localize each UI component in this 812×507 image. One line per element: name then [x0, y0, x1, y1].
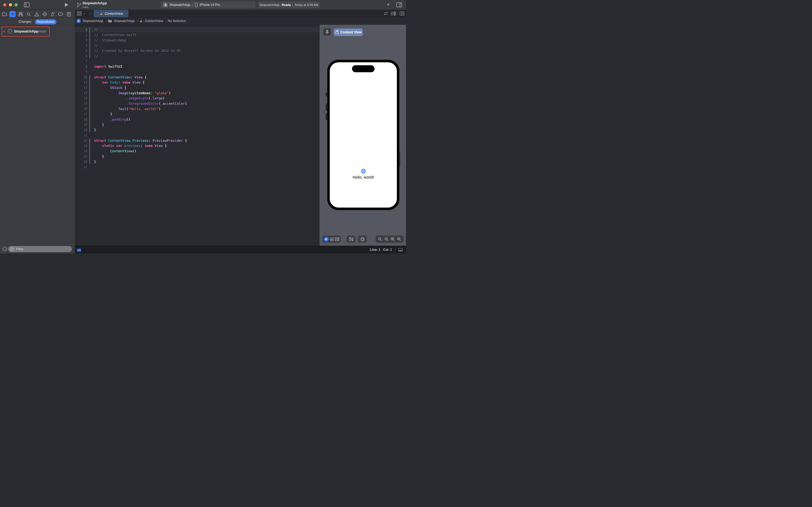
code-line[interactable]: 20} [75, 127, 319, 133]
line-number[interactable]: 1 [75, 28, 87, 31]
line-number[interactable]: 27 [75, 165, 87, 169]
tab-repositories[interactable]: Repositories [35, 19, 56, 24]
related-items-icon[interactable] [384, 11, 388, 15]
breadcrumb-group[interactable]: StopwatchApp [114, 19, 134, 23]
source-control-navigator-icon[interactable] [9, 11, 15, 17]
code-line[interactable]: 17 } [75, 111, 319, 117]
code-line[interactable]: 11 var body: some View { [75, 80, 319, 85]
code-line[interactable]: 6// [75, 53, 319, 59]
run-button[interactable] [65, 3, 68, 7]
line-number[interactable]: 16 [75, 107, 87, 110]
line-number[interactable]: 5 [75, 49, 87, 52]
line-number[interactable]: 17 [75, 113, 87, 116]
close-window-button[interactable] [3, 3, 6, 6]
source-editor[interactable]: 1//2// ContentView.swift3// StopwatchApp… [75, 25, 319, 246]
scheme-device[interactable]: iPhone 14 Pro [199, 3, 220, 7]
code-line[interactable]: 8import SwiftUI [75, 64, 319, 69]
go-forward-icon[interactable]: › [90, 11, 91, 15]
line-number[interactable]: 25 [75, 155, 87, 158]
zoom-in-icon[interactable] [397, 237, 401, 241]
line-number[interactable]: 10 [75, 75, 87, 79]
find-navigator-icon[interactable] [25, 11, 32, 17]
code-line[interactable]: 16 Text("Hello, world!") [75, 106, 319, 111]
line-number[interactable]: 2 [75, 33, 87, 37]
code-line[interactable]: 9 [75, 69, 319, 75]
tab-contentview[interactable]: ContentView [94, 10, 128, 17]
code-line[interactable]: 23 static var previews: some View { [75, 143, 319, 149]
scheme-selector[interactable]: A StopwatchApp › iPhone 14 Pro [161, 1, 255, 8]
issue-navigator-icon[interactable] [34, 11, 40, 17]
code-line[interactable]: 18 .padding() [75, 117, 319, 122]
tab-changes[interactable]: Changes [15, 19, 35, 24]
code-line[interactable]: 22struct ContentView_Previews: PreviewPr… [75, 138, 319, 143]
live-preview-button[interactable] [324, 237, 329, 242]
test-navigator-icon[interactable] [42, 11, 48, 17]
line-number[interactable]: 22 [75, 139, 87, 142]
code-line[interactable]: 10struct ContentView: View { [75, 74, 319, 80]
line-number[interactable]: 3 [75, 39, 87, 42]
filter-input[interactable] [8, 246, 72, 252]
debug-navigator-icon[interactable] [50, 11, 56, 17]
code-line[interactable]: 3// StopwatchApp [75, 37, 319, 43]
line-number[interactable]: 14 [75, 97, 87, 100]
code-line[interactable]: 2// ContentView.swift [75, 32, 319, 38]
code-line[interactable]: 5// Created by Russell Gordon on 2022-11… [75, 48, 319, 53]
line-number[interactable]: 9 [75, 70, 87, 73]
scheme-target[interactable]: StopwatchApp [169, 3, 190, 7]
code-line[interactable]: 19 } [75, 122, 319, 127]
line-number[interactable]: 13 [75, 91, 87, 95]
activity-status[interactable]: StopwatchApp: Ready | Today at 5:56 AM [258, 1, 320, 8]
toggle-left-sidebar-icon[interactable] [24, 2, 30, 7]
line-number[interactable]: 4 [75, 44, 87, 47]
more-options-icon[interactable] [2, 246, 7, 251]
code-line[interactable]: 12 VStack { [75, 85, 319, 91]
code-line[interactable]: 14 .imageScale(.large) [75, 96, 319, 101]
breadcrumb-project[interactable]: StopwatchApp [82, 19, 103, 23]
variants-mode-icon[interactable] [335, 237, 339, 241]
line-number[interactable]: 15 [75, 102, 87, 105]
line-number[interactable]: 12 [75, 86, 87, 89]
adjust-bottom-bar-icon[interactable] [398, 248, 403, 251]
line-number[interactable]: 11 [75, 81, 87, 84]
toggle-right-panel-icon[interactable] [396, 2, 402, 7]
line-number[interactable]: 23 [75, 144, 87, 148]
code-line[interactable]: 7 [75, 59, 319, 64]
line-number[interactable]: 24 [75, 150, 87, 153]
zoom-fit-icon[interactable] [391, 237, 395, 241]
project-navigator-icon[interactable] [1, 11, 7, 17]
iphone-preview-screen[interactable]: Hello, world! [330, 62, 397, 208]
go-back-icon[interactable]: ‹ [84, 11, 85, 15]
line-number[interactable]: 21 [75, 134, 87, 137]
symbol-navigator-icon[interactable] [17, 11, 23, 17]
breakpoint-navigator-icon[interactable] [58, 11, 64, 17]
add-button[interactable]: + [387, 2, 390, 7]
code-line[interactable]: 21 [75, 133, 319, 138]
line-number[interactable]: 7 [75, 60, 87, 63]
code-line[interactable]: 13 Image(systemName: "globe") [75, 90, 319, 96]
preview-target-button[interactable]: Content View [334, 29, 363, 36]
code-line[interactable]: 27 [75, 164, 319, 170]
adjust-editor-options-icon[interactable] [391, 11, 396, 15]
code-line[interactable]: 25 } [75, 154, 319, 159]
editor-layout-icon[interactable] [77, 11, 81, 16]
line-number[interactable]: 19 [75, 123, 87, 126]
pin-preview-button[interactable] [323, 28, 331, 36]
breadcrumb-file[interactable]: ContentView [145, 19, 163, 23]
line-number[interactable]: 20 [75, 128, 87, 131]
zoom-window-button[interactable] [14, 3, 18, 6]
breadcrumb-selection[interactable]: No Selection [168, 19, 186, 23]
minimize-window-button[interactable] [9, 3, 12, 6]
add-editor-icon[interactable] [400, 11, 404, 15]
code-line[interactable]: 24 ContentView() [75, 149, 319, 154]
code-line[interactable]: 1// [75, 27, 319, 32]
line-number[interactable]: 18 [75, 118, 87, 121]
zoom-out-icon[interactable] [378, 237, 382, 241]
selectable-mode-icon[interactable] [330, 237, 334, 241]
line-number[interactable]: 8 [75, 65, 87, 68]
device-orientation-icon[interactable] [360, 237, 365, 241]
code-line[interactable]: 15 .foregroundColor(.accentColor) [75, 101, 319, 106]
report-navigator-icon[interactable] [66, 11, 72, 17]
code-line[interactable]: 4// [75, 43, 319, 48]
line-number[interactable]: 26 [75, 160, 87, 163]
code-line[interactable]: 26} [75, 159, 319, 164]
